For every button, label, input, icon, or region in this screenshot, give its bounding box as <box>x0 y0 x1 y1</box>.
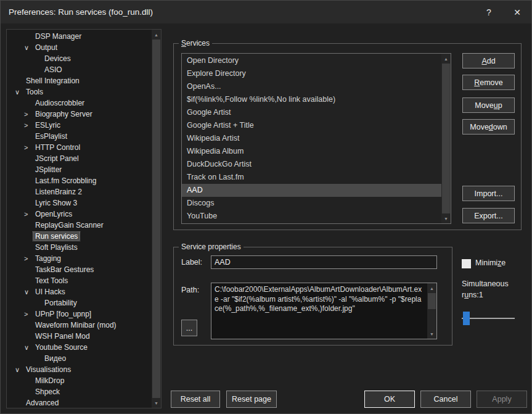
services-scrollbar-thumb[interactable] <box>442 64 450 213</box>
scroll-up-icon[interactable]: ▲ <box>152 30 161 39</box>
tree-item-label[interactable]: TaskBar Gestures <box>33 265 96 274</box>
tree-item-label[interactable]: Devices <box>43 54 73 63</box>
tree-item-label[interactable]: DSP Manager <box>33 32 83 41</box>
service-item[interactable]: Google Artist <box>182 106 441 119</box>
service-item[interactable]: Track on Last.fm <box>182 171 441 184</box>
service-item[interactable]: Discogs <box>182 197 441 210</box>
chevron-collapsed-icon[interactable]: > <box>24 209 28 220</box>
service-item[interactable]: Wikipedia Artist <box>182 132 441 145</box>
scroll-down-icon[interactable]: ▼ <box>152 398 161 408</box>
services-scrollbar-track[interactable] <box>441 64 451 213</box>
tree-item-label[interactable]: Run services <box>33 232 80 241</box>
tree-item[interactable]: Devices <box>7 53 152 64</box>
tree-item-label[interactable]: HTTP Control <box>33 143 82 152</box>
tree-item[interactable]: Run services <box>7 231 152 242</box>
scroll-down-icon[interactable]: ▼ <box>441 213 451 223</box>
tree-item[interactable]: >UPnP [foo_upnp] <box>7 308 152 320</box>
service-item[interactable]: DuckDuckGo Artist <box>182 158 441 171</box>
tree-item[interactable]: ∨Visualisations <box>7 364 152 375</box>
tree-item-label[interactable]: Видео <box>43 354 68 363</box>
tree-item[interactable]: Audioscrobbler <box>7 97 152 109</box>
tree-item-label[interactable]: Text Tools <box>33 276 70 285</box>
move-down-button[interactable]: Move down <box>462 119 515 135</box>
chevron-expanded-icon[interactable]: ∨ <box>15 364 20 375</box>
service-item[interactable]: Wikipedia Album <box>182 145 441 158</box>
service-item[interactable]: $if(%link%,Follow %link%,No link availab… <box>182 93 441 106</box>
tree-item-label[interactable]: Soft Playlists <box>33 243 80 252</box>
services-list[interactable]: Open DirectoryExplore DirectoryOpenAs...… <box>181 53 451 224</box>
tree-item[interactable]: JSplitter <box>7 164 152 175</box>
tree-item-label[interactable]: JScript Panel <box>33 154 81 163</box>
sidebar-scrollbar-thumb[interactable] <box>152 39 160 398</box>
runs-slider[interactable] <box>462 310 515 326</box>
tree-item-label[interactable]: Portability <box>43 299 79 307</box>
tree-item-label[interactable]: ASIO <box>43 65 64 74</box>
tree-item[interactable]: Portability <box>7 297 152 308</box>
path-text[interactable]: C:\foobar2000\ExternalApps\AlbumArtDownl… <box>211 283 427 339</box>
tree-item[interactable]: >ESLyric <box>7 120 152 131</box>
reset-page-button[interactable]: Reset page <box>226 391 277 408</box>
tree-item-label[interactable]: Advanced <box>24 399 60 407</box>
tree-item[interactable]: ∨UI Hacks <box>7 286 152 297</box>
tree-item-label[interactable]: Tools <box>24 88 45 96</box>
tree-item[interactable]: ListenBrainz 2 <box>7 186 152 197</box>
tree-item[interactable]: TaskBar Gestures <box>7 264 152 275</box>
tree-item[interactable]: JScript Panel <box>7 153 152 164</box>
tree-item[interactable]: EsPlaylist <box>7 131 152 142</box>
tree-item[interactable]: ∨Youtube Source <box>7 342 152 353</box>
scroll-down-icon[interactable]: ▼ <box>427 329 436 339</box>
tree-item-label[interactable]: Visualisations <box>24 365 73 374</box>
tree-item-label[interactable]: Biography Server <box>33 110 94 118</box>
reset-all-button[interactable]: Reset all <box>171 391 220 408</box>
chevron-collapsed-icon[interactable]: > <box>24 109 28 120</box>
tree-item[interactable]: ∨Tools <box>7 86 152 97</box>
tree-item[interactable]: Last.fm Scrobbling <box>7 175 152 186</box>
tree-item-label[interactable]: JSplitter <box>33 165 63 174</box>
tree-item[interactable]: MilkDrop <box>7 375 152 386</box>
tree-item-label[interactable]: Audioscrobbler <box>33 99 86 107</box>
tree-item-label[interactable]: UI Hacks <box>33 288 67 296</box>
scroll-up-icon[interactable]: ▲ <box>427 283 436 293</box>
scroll-up-icon[interactable]: ▲ <box>441 54 451 64</box>
chevron-expanded-icon[interactable]: ∨ <box>24 342 29 353</box>
tree-item-label[interactable]: Last.fm Scrobbling <box>33 176 98 185</box>
path-scrollbar-track[interactable] <box>427 293 436 329</box>
tree-item-label[interactable]: ReplayGain Scanner <box>33 221 105 230</box>
tree-item[interactable]: Soft Playlists <box>7 242 152 253</box>
import-button[interactable]: Import... <box>462 186 515 201</box>
tree-item[interactable]: Shell Integration <box>7 75 152 86</box>
chevron-expanded-icon[interactable]: ∨ <box>24 286 29 297</box>
path-textarea[interactable]: C:\foobar2000\ExternalApps\AlbumArtDownl… <box>211 283 437 339</box>
label-input[interactable] <box>211 255 437 269</box>
tree-item[interactable]: >HTTP Control <box>7 142 152 153</box>
service-item[interactable]: Google Artist + Title <box>182 119 441 132</box>
tree-item-label[interactable]: MilkDrop <box>33 376 66 385</box>
tree-item-label[interactable]: EsPlaylist <box>33 132 69 141</box>
chevron-expanded-icon[interactable]: ∨ <box>15 86 20 97</box>
chevron-collapsed-icon[interactable]: > <box>24 308 28 320</box>
path-scrollbar[interactable]: ▲ ▼ <box>427 283 436 339</box>
service-item[interactable]: AAD <box>182 184 441 197</box>
export-button[interactable]: Export... <box>462 208 515 223</box>
tree-item-label[interactable]: ListenBrainz 2 <box>33 188 84 196</box>
sidebar-scrollbar-track[interactable] <box>152 39 161 398</box>
runs-slider-thumb[interactable] <box>463 312 470 325</box>
tree-item[interactable]: >Tagging <box>7 253 152 264</box>
ok-button[interactable]: OK <box>364 391 415 408</box>
service-item[interactable]: Explore Directory <box>182 67 441 80</box>
tree-item[interactable]: Видео <box>7 353 152 364</box>
tree-item-label[interactable]: UPnP [foo_upnp] <box>33 310 93 318</box>
help-button[interactable]: ? <box>475 1 503 23</box>
tree-item[interactable]: Lyric Show 3 <box>7 197 152 209</box>
sidebar-scrollbar[interactable]: ▲ ▼ <box>152 30 161 408</box>
tree-item-label[interactable]: ESLyric <box>33 121 62 130</box>
chevron-expanded-icon[interactable]: ∨ <box>24 42 29 53</box>
tree-item-label[interactable]: OpenLyrics <box>33 210 74 218</box>
service-item[interactable]: Open Directory <box>182 54 441 67</box>
tree-item[interactable]: Text Tools <box>7 275 152 286</box>
chevron-collapsed-icon[interactable]: > <box>24 253 28 264</box>
move-up-button[interactable]: Move up <box>462 97 515 113</box>
add-button[interactable]: Add <box>462 53 515 68</box>
chevron-collapsed-icon[interactable]: > <box>24 120 28 131</box>
tree-item-label[interactable]: Shell Integration <box>24 77 81 85</box>
